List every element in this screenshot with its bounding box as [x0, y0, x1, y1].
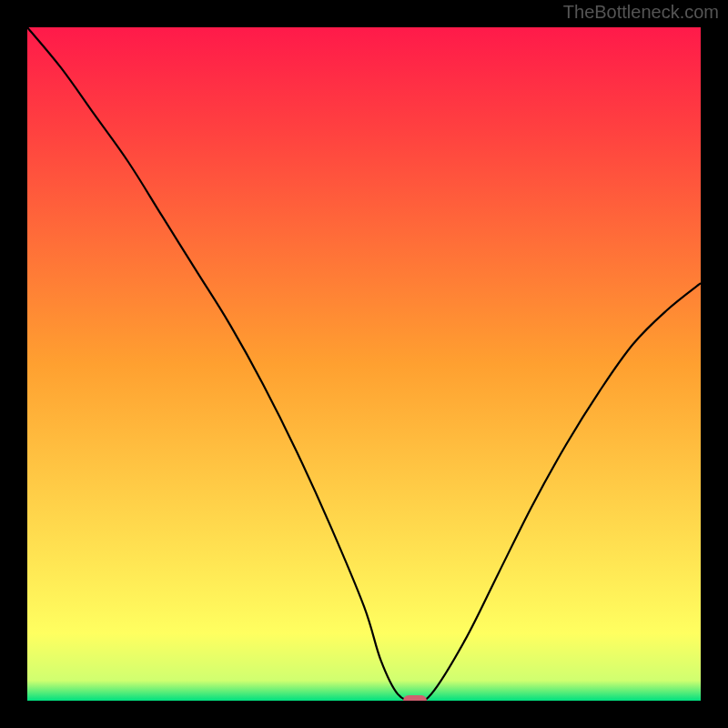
optimum-marker	[403, 695, 427, 701]
plot-area	[27, 27, 701, 701]
chart-svg	[27, 27, 701, 701]
gradient-background	[27, 27, 701, 701]
watermark-text: TheBottleneck.com	[563, 2, 719, 23]
